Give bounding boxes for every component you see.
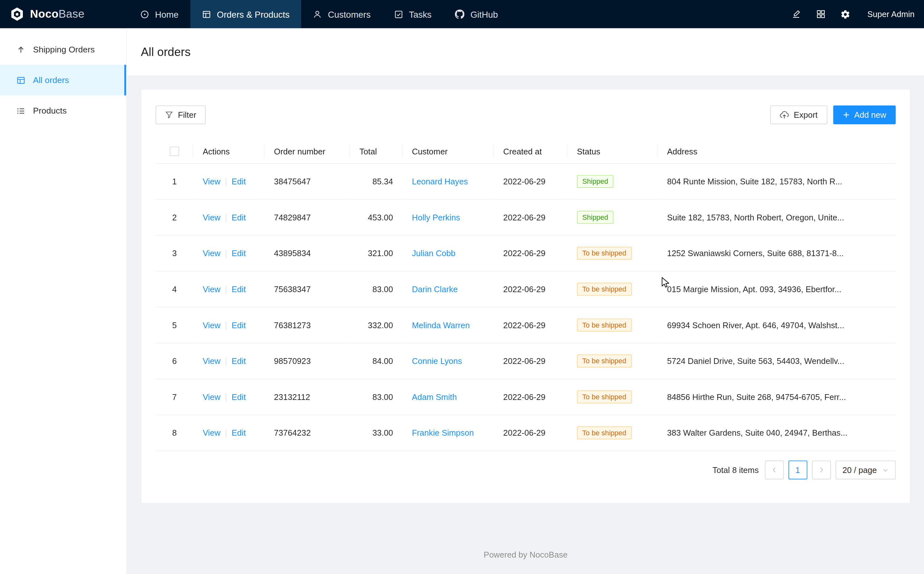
nav-item-orders-products[interactable]: Orders & Products [190, 0, 301, 28]
customer-link[interactable]: Darin Clarke [412, 285, 458, 294]
view-link[interactable]: View [203, 392, 221, 402]
total-cell: 83.00 [350, 379, 403, 415]
view-link[interactable]: View [203, 249, 221, 258]
col-header-total: Total [350, 139, 403, 164]
view-link[interactable]: View [203, 356, 221, 366]
ui-editor-button[interactable] [785, 3, 807, 25]
customer-link[interactable]: Leonard Hayes [412, 177, 468, 186]
edit-link[interactable]: Edit [232, 320, 246, 330]
status-cell: To be shipped [568, 415, 658, 451]
row-index: 4 [155, 271, 193, 307]
status-badge: To be shipped [577, 319, 632, 332]
col-header-order-number: Order number [265, 139, 350, 164]
add-new-button-label: Add new [854, 110, 886, 119]
select-all-checkbox[interactable] [170, 147, 179, 156]
next-page-button[interactable] [812, 461, 831, 480]
customer-cell: Darin Clarke [403, 271, 494, 307]
total-cell: 83.00 [350, 271, 403, 307]
actions-cell: ViewEdit [193, 271, 264, 307]
nav-label: Orders & Products [217, 9, 290, 19]
created-at-cell: 2022-06-29 [494, 415, 568, 451]
customer-link[interactable]: Adam Smith [412, 393, 457, 402]
customer-link[interactable]: Melinda Warren [412, 320, 470, 330]
status-badge: Shipped [577, 175, 614, 188]
action-divider [226, 178, 226, 187]
customer-cell: Leonard Hayes [403, 164, 494, 199]
prev-page-button[interactable] [764, 461, 783, 480]
row-index: 5 [155, 307, 193, 343]
customer-link[interactable]: Julian Cobb [412, 249, 455, 258]
edit-link[interactable]: Edit [232, 428, 246, 438]
navbar-actions: Super Admin [785, 3, 924, 25]
view-link[interactable]: View [203, 320, 221, 330]
filter-button[interactable]: Filter [155, 106, 206, 125]
nav-label: Customers [328, 9, 371, 19]
view-link[interactable]: View [203, 428, 221, 438]
status-badge: Shipped [577, 211, 614, 224]
orders-table-body: 1 ViewEdit 38475647 85.34 Leonard Hayes … [155, 164, 896, 451]
app-root: NocoBase Home Orders & Products Customer… [0, 0, 924, 574]
nav-item-tasks[interactable]: Tasks [382, 0, 443, 28]
list-icon [16, 106, 25, 115]
customer-cell: Frankie Simpson [403, 415, 494, 451]
order-number-cell: 76381273 [265, 307, 350, 343]
customer-cell: Connie Lyons [403, 343, 494, 379]
gear-icon [840, 9, 851, 19]
add-new-button[interactable]: Add new [833, 106, 896, 125]
view-link[interactable]: View [203, 284, 221, 294]
customer-link[interactable]: Holly Perkins [412, 213, 460, 222]
page-title: All orders [141, 45, 191, 58]
edit-link[interactable]: Edit [232, 177, 246, 186]
address-cell: Suite 182, 15783, North Robert, Oregon, … [658, 199, 896, 235]
pagination-total: Total 8 items [712, 465, 759, 475]
orders-card: Filter Export Add new [141, 90, 910, 503]
table-row: 8 ViewEdit 73764232 33.00 Frankie Simpso… [155, 415, 896, 451]
edit-link[interactable]: Edit [232, 249, 246, 258]
nav-item-home[interactable]: Home [128, 0, 190, 28]
plugins-button[interactable] [810, 3, 832, 25]
edit-link[interactable]: Edit [232, 356, 246, 366]
edit-link[interactable]: Edit [232, 392, 246, 402]
view-link[interactable]: View [203, 213, 221, 222]
nav-item-github[interactable]: GitHub [443, 0, 510, 28]
action-divider [226, 286, 226, 294]
col-header-status: Status [568, 139, 658, 164]
col-header-address: Address [658, 139, 896, 164]
user-menu[interactable]: Super Admin [867, 9, 915, 19]
github-icon [455, 9, 464, 19]
actions-cell: ViewEdit [193, 307, 264, 343]
sidebar-item-products[interactable]: Products [0, 96, 126, 126]
settings-button[interactable] [834, 3, 857, 25]
actions-cell: ViewEdit [193, 379, 264, 415]
actions-cell: ViewEdit [193, 235, 264, 271]
address-cell: 84856 Hirthe Run, Suite 268, 94754-6705,… [658, 379, 896, 415]
created-at-cell: 2022-06-29 [494, 271, 568, 307]
order-number-cell: 38475647 [265, 164, 350, 199]
order-number-cell: 75638347 [265, 271, 350, 307]
nav-item-customers[interactable]: Customers [301, 0, 382, 28]
status-cell: To be shipped [568, 343, 658, 379]
total-cell: 84.00 [350, 343, 403, 379]
status-badge: To be shipped [577, 427, 632, 440]
order-number-cell: 73764232 [265, 415, 350, 451]
table-row: 4 ViewEdit 75638347 83.00 Darin Clarke 2… [155, 271, 896, 307]
table-row: 1 ViewEdit 38475647 85.34 Leonard Hayes … [155, 164, 896, 199]
top-navbar: NocoBase Home Orders & Products Customer… [0, 0, 924, 28]
chevron-left-icon [771, 467, 777, 474]
view-link[interactable]: View [203, 177, 221, 186]
page-number-button[interactable]: 1 [788, 461, 807, 480]
nav-label: Tasks [409, 9, 431, 19]
page-size-select[interactable]: 20 / page [836, 461, 896, 480]
status-cell: Shipped [568, 199, 658, 235]
sidebar-item-shipping-orders[interactable]: Shipping Orders [0, 34, 126, 65]
edit-link[interactable]: Edit [232, 284, 246, 294]
status-badge: To be shipped [577, 391, 632, 404]
customer-link[interactable]: Connie Lyons [412, 356, 462, 366]
sidebar-item-all-orders[interactable]: All orders [0, 65, 126, 95]
customer-link[interactable]: Frankie Simpson [412, 428, 474, 438]
brand[interactable]: NocoBase [0, 6, 128, 22]
table-row: 2 ViewEdit 74829847 453.00 Holly Perkins… [155, 199, 896, 235]
status-cell: To be shipped [568, 307, 658, 343]
export-button[interactable]: Export [770, 106, 827, 125]
edit-link[interactable]: Edit [232, 213, 246, 222]
